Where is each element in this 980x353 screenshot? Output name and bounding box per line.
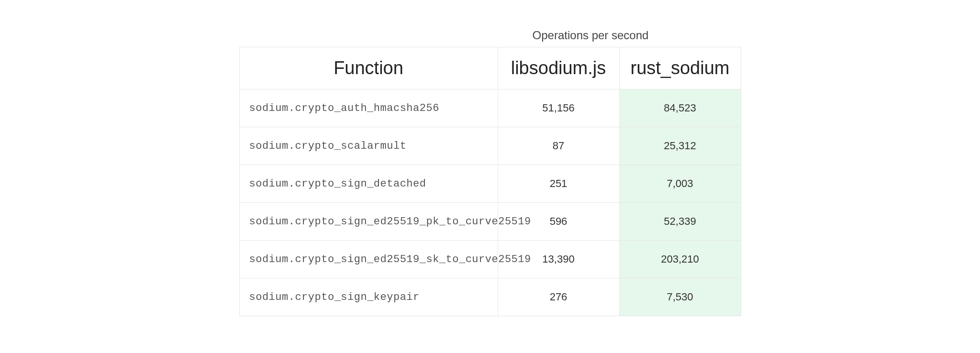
cell-rust-sodium: 7,530 <box>619 278 741 316</box>
cell-rust-sodium: 84,523 <box>619 89 741 127</box>
col-header-libsodium: libsodium.js <box>498 47 619 89</box>
cell-libsodium: 51,156 <box>498 89 619 127</box>
cell-function: sodium.crypto_sign_keypair <box>239 278 498 316</box>
col-header-function: Function <box>239 47 498 89</box>
table-caption: Operations per second <box>239 29 741 42</box>
cell-function: sodium.crypto_sign_ed25519_pk_to_curve25… <box>239 203 498 241</box>
table-row: sodium.crypto_auth_hmacsha256 51,156 84,… <box>239 89 741 127</box>
cell-libsodium: 251 <box>498 165 619 203</box>
cell-rust-sodium: 52,339 <box>619 203 741 241</box>
cell-function: sodium.crypto_sign_ed25519_sk_to_curve25… <box>239 241 498 278</box>
table-row: sodium.crypto_sign_ed25519_pk_to_curve25… <box>239 203 741 241</box>
cell-libsodium: 276 <box>498 278 619 316</box>
table-row: sodium.crypto_sign_keypair 276 7,530 <box>239 278 741 316</box>
benchmark-table: Function libsodium.js rust_sodium sodium… <box>239 47 741 316</box>
cell-function: sodium.crypto_auth_hmacsha256 <box>239 89 498 127</box>
cell-rust-sodium: 203,210 <box>619 241 741 278</box>
table-row: sodium.crypto_sign_detached 251 7,003 <box>239 165 741 203</box>
cell-libsodium: 87 <box>498 127 619 165</box>
cell-rust-sodium: 7,003 <box>619 165 741 203</box>
cell-function: sodium.crypto_sign_detached <box>239 165 498 203</box>
table-row: sodium.crypto_sign_ed25519_sk_to_curve25… <box>239 241 741 278</box>
table-row: sodium.crypto_scalarmult 87 25,312 <box>239 127 741 165</box>
cell-rust-sodium: 25,312 <box>619 127 741 165</box>
cell-function: sodium.crypto_scalarmult <box>239 127 498 165</box>
table-header-row: Function libsodium.js rust_sodium <box>239 47 741 89</box>
col-header-rust-sodium: rust_sodium <box>619 47 741 89</box>
